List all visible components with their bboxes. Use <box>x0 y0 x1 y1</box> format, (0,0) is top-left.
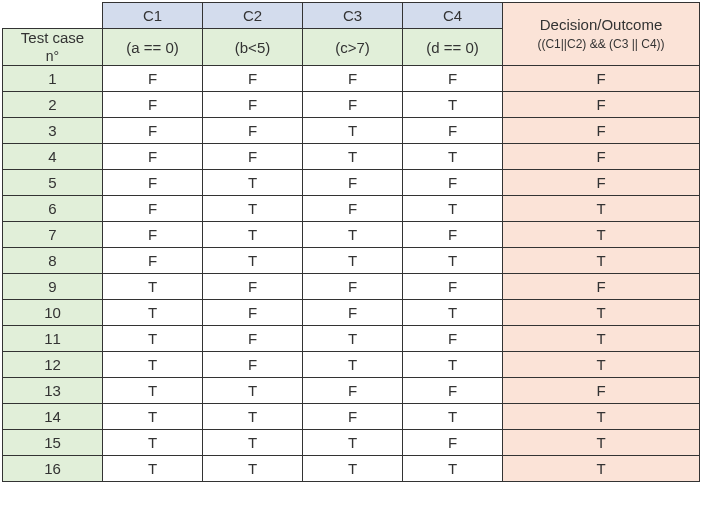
condition-cell: F <box>303 66 403 92</box>
condition-cell: F <box>203 66 303 92</box>
condition-cell: F <box>403 378 503 404</box>
header-c4-name: C4 <box>403 3 503 29</box>
condition-cell: T <box>203 456 303 482</box>
outcome-cell: T <box>503 222 700 248</box>
header-blank <box>3 3 103 29</box>
condition-cell: F <box>103 66 203 92</box>
condition-cell: T <box>403 196 503 222</box>
condition-cell: F <box>103 196 203 222</box>
condition-cell: T <box>203 248 303 274</box>
testcase-number: 2 <box>3 92 103 118</box>
outcome-cell: F <box>503 92 700 118</box>
header-c1-name: C1 <box>103 3 203 29</box>
condition-cell: T <box>403 92 503 118</box>
condition-cell: F <box>203 118 303 144</box>
testcase-number: 13 <box>3 378 103 404</box>
table-row: 8FTTTT <box>3 248 700 274</box>
condition-cell: F <box>303 378 403 404</box>
testcase-number: 1 <box>3 66 103 92</box>
table-row: 3FFTFF <box>3 118 700 144</box>
outcome-cell: F <box>503 118 700 144</box>
condition-cell: T <box>103 352 203 378</box>
condition-cell: T <box>403 248 503 274</box>
condition-cell: T <box>303 144 403 170</box>
condition-cell: T <box>203 196 303 222</box>
condition-cell: F <box>203 352 303 378</box>
condition-cell: T <box>203 404 303 430</box>
condition-cell: T <box>303 456 403 482</box>
condition-cell: F <box>403 118 503 144</box>
table-row: 6FTFTT <box>3 196 700 222</box>
condition-cell: T <box>203 222 303 248</box>
condition-cell: F <box>103 248 203 274</box>
condition-cell: F <box>403 170 503 196</box>
condition-cell: T <box>403 404 503 430</box>
table-row: 11TFTFT <box>3 326 700 352</box>
table-row: 10TFFTT <box>3 300 700 326</box>
header-outcome-expr: ((C1||C2) && (C3 || C4)) <box>537 37 664 51</box>
header-c4-expr: (d == 0) <box>403 29 503 66</box>
header-testcase-sub: n° <box>46 48 59 64</box>
testcase-number: 3 <box>3 118 103 144</box>
table-row: 13TTFFF <box>3 378 700 404</box>
testcase-number: 4 <box>3 144 103 170</box>
header-testcase-label: Test case <box>21 29 84 46</box>
condition-cell: T <box>103 456 203 482</box>
condition-cell: F <box>203 300 303 326</box>
testcase-number: 9 <box>3 274 103 300</box>
testcase-number: 7 <box>3 222 103 248</box>
condition-cell: T <box>103 430 203 456</box>
outcome-cell: T <box>503 300 700 326</box>
condition-cell: F <box>103 144 203 170</box>
condition-cell: T <box>403 352 503 378</box>
condition-cell: F <box>103 118 203 144</box>
condition-cell: T <box>303 248 403 274</box>
condition-cell: T <box>203 430 303 456</box>
condition-cell: F <box>403 222 503 248</box>
table-body: 1FFFFF2FFFTF3FFTFF4FFTTF5FTFFF6FTFTT7FTT… <box>3 66 700 482</box>
header-c1-expr: (a == 0) <box>103 29 203 66</box>
table-row: 1FFFFF <box>3 66 700 92</box>
outcome-cell: F <box>503 66 700 92</box>
condition-cell: F <box>203 326 303 352</box>
condition-cell: F <box>403 66 503 92</box>
condition-cell: T <box>303 430 403 456</box>
condition-cell: T <box>203 170 303 196</box>
outcome-cell: T <box>503 456 700 482</box>
table-row: 7FTTFT <box>3 222 700 248</box>
condition-cell: F <box>403 326 503 352</box>
testcase-number: 5 <box>3 170 103 196</box>
condition-cell: T <box>103 326 203 352</box>
outcome-cell: T <box>503 196 700 222</box>
testcase-number: 6 <box>3 196 103 222</box>
outcome-cell: T <box>503 326 700 352</box>
table-row: 9TFFFF <box>3 274 700 300</box>
condition-cell: T <box>303 222 403 248</box>
testcase-number: 8 <box>3 248 103 274</box>
header-c3-expr: (c>7) <box>303 29 403 66</box>
condition-cell: T <box>403 300 503 326</box>
condition-cell: F <box>303 300 403 326</box>
outcome-cell: T <box>503 430 700 456</box>
condition-cell: F <box>303 274 403 300</box>
table-row: 5FTFFF <box>3 170 700 196</box>
outcome-cell: T <box>503 404 700 430</box>
table-row: 15TTTFT <box>3 430 700 456</box>
condition-cell: T <box>303 118 403 144</box>
testcase-number: 10 <box>3 300 103 326</box>
condition-cell: F <box>103 170 203 196</box>
table-row: 16TTTTT <box>3 456 700 482</box>
condition-cell: F <box>303 196 403 222</box>
truth-table: C1 C2 C3 C4 Decision/Outcome ((C1||C2) &… <box>2 2 700 482</box>
header-testcase: Test case n° <box>3 29 103 66</box>
condition-cell: F <box>303 92 403 118</box>
header-c3-name: C3 <box>303 3 403 29</box>
condition-cell: F <box>203 274 303 300</box>
testcase-number: 14 <box>3 404 103 430</box>
table-row: 12TFTTT <box>3 352 700 378</box>
condition-cell: T <box>403 144 503 170</box>
condition-cell: F <box>303 170 403 196</box>
header-outcome: Decision/Outcome ((C1||C2) && (C3 || C4)… <box>503 3 700 66</box>
testcase-number: 12 <box>3 352 103 378</box>
testcase-number: 15 <box>3 430 103 456</box>
